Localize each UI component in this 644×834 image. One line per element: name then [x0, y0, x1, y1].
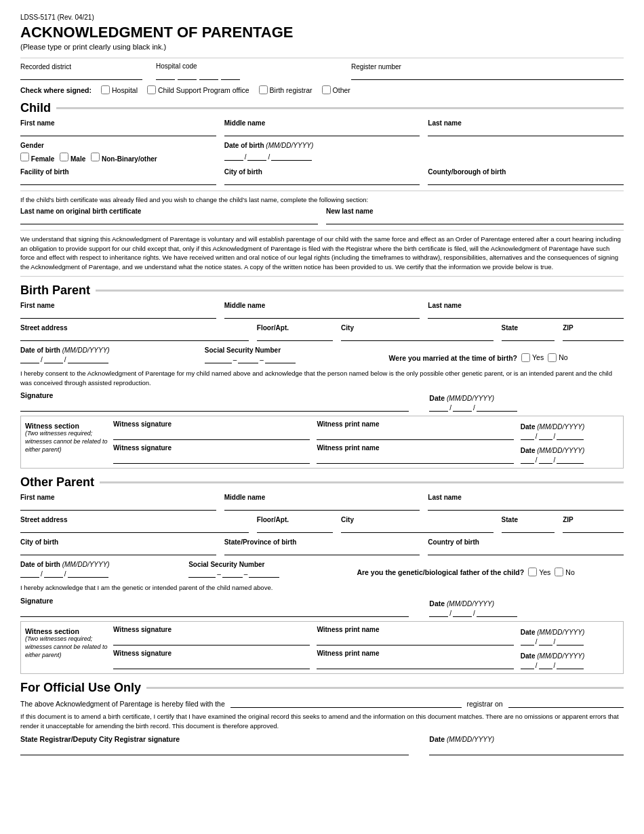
bp-name-row: First name Middle name Last name	[20, 302, 624, 319]
op-state-province-label: State/Province of birth	[224, 538, 420, 546]
child-middle-name-label: Middle name	[224, 119, 420, 127]
bp-ssn-part2[interactable]	[238, 355, 258, 363]
bp-state-label: State	[502, 324, 555, 332]
op-signature-label: Signature	[20, 597, 409, 605]
bp-signature-field[interactable]	[20, 401, 409, 412]
op-floor-input[interactable]	[257, 525, 333, 533]
bp-floor-label: Floor/Apt.	[257, 324, 333, 332]
op-middle-name-input[interactable]	[224, 502, 420, 511]
bp-witness2-print-field[interactable]	[317, 453, 513, 464]
state-registrar-sig-field[interactable]	[20, 744, 409, 755]
gender-nonbinary[interactable]: Non-Binary/other	[91, 153, 157, 163]
bp-address-row: Street address Floor/Apt. City State ZIP	[20, 324, 624, 341]
bp-witness2-row: Witness signature Witness print name Dat…	[113, 444, 619, 464]
bp-married-yes[interactable]: Yes	[521, 353, 544, 362]
new-last-name-input[interactable]	[326, 216, 624, 224]
child-dob-yyyy[interactable]	[271, 153, 312, 161]
checkbox-child-support[interactable]: Child Support Program office	[147, 85, 249, 94]
child-last-name-input[interactable]	[428, 128, 624, 136]
child-first-name-input[interactable]	[20, 128, 216, 136]
official-use-section-line	[146, 687, 624, 689]
child-county-input[interactable]	[428, 177, 624, 185]
op-city-input[interactable]	[341, 525, 494, 533]
op-genetic-no[interactable]: No	[555, 568, 574, 576]
gender-male[interactable]: Male	[60, 153, 85, 163]
bp-middle-name-input[interactable]	[224, 311, 420, 319]
child-dob-mm[interactable]	[224, 153, 243, 161]
op-genetic-yes[interactable]: Yes	[528, 568, 550, 576]
bp-date-label: Date (MM/DD/YYYY)	[429, 394, 624, 402]
other-parent-title: Other Parent	[20, 475, 100, 490]
name-change-row: Last name on original birth certificate …	[20, 207, 624, 224]
form-title: ACKNOWLEDGMENT OF PARENTAGE	[20, 24, 624, 41]
bp-zip-input[interactable]	[563, 333, 624, 341]
bp-sig-date-mm[interactable]	[429, 403, 448, 412]
op-first-name-input[interactable]	[20, 502, 216, 511]
op-city-of-birth-input[interactable]	[20, 547, 216, 555]
op-address-row: Street address Floor/Apt. City State ZIP	[20, 516, 624, 533]
op-sig-date-dd[interactable]	[453, 609, 472, 617]
bp-dob-dd[interactable]	[44, 355, 63, 363]
op-witness-note: (Two witnesses required; witnesses canno…	[25, 635, 108, 659]
bp-dob-mm[interactable]	[20, 355, 39, 363]
bp-zip-label: ZIP	[563, 324, 624, 332]
bp-state-input[interactable]	[502, 333, 555, 341]
op-acknowledge-text: I hereby acknowledge that I am the genet…	[20, 583, 624, 593]
op-ssn-part2[interactable]	[222, 570, 243, 578]
gender-female[interactable]: Female	[20, 153, 54, 163]
child-dob-dd[interactable]	[247, 153, 266, 161]
bp-ssn-part1[interactable]	[205, 355, 232, 363]
op-dob-dd[interactable]	[44, 570, 63, 578]
bp-dob-yyyy[interactable]	[68, 355, 108, 363]
op-witness-section-title: Witness section	[25, 627, 108, 635]
checkbox-other[interactable]: Other	[322, 85, 350, 94]
child-gender-dob-row: Gender Female Male Non-Binary/other Date…	[20, 142, 624, 163]
bp-witness-section-title: Witness section	[25, 422, 108, 430]
op-state-input[interactable]	[502, 525, 555, 533]
op-street-input[interactable]	[20, 525, 249, 533]
op-first-name-label: First name	[20, 494, 216, 501]
op-state-province-input[interactable]	[224, 547, 420, 555]
bp-witness1-sig-field[interactable]	[113, 429, 310, 440]
bp-city-input[interactable]	[341, 333, 494, 341]
op-dob-yyyy[interactable]	[68, 570, 108, 578]
bp-middle-name-label: Middle name	[224, 302, 420, 309]
op-witness1-sig-field[interactable]	[113, 635, 310, 646]
bp-sig-date-yyyy[interactable]	[477, 403, 517, 412]
checkbox-birth-registrar[interactable]: Birth registrar	[259, 85, 313, 94]
child-facility-input[interactable]	[20, 177, 216, 185]
bp-first-name-input[interactable]	[20, 311, 216, 319]
child-section-title: Child	[20, 101, 56, 115]
bp-floor-input[interactable]	[257, 333, 333, 341]
op-zip-input[interactable]	[563, 525, 624, 533]
op-last-name-input[interactable]	[428, 502, 624, 511]
op-dob-mm[interactable]	[20, 570, 39, 578]
bp-ssn-part3[interactable]	[265, 355, 296, 363]
child-middle-name-input[interactable]	[224, 128, 420, 136]
bp-married-label: Were you married at the time of birth?	[389, 354, 517, 362]
bp-married-no[interactable]: No	[548, 353, 567, 362]
bp-sig-date-dd[interactable]	[453, 403, 472, 412]
op-witness1-print-field[interactable]	[317, 635, 513, 646]
op-witness2-print-field[interactable]	[317, 658, 513, 669]
last-name-original-label: Last name on original birth certificate	[20, 207, 318, 215]
bp-ssn-label: Social Security Number	[205, 346, 381, 354]
bp-street-input[interactable]	[20, 333, 249, 341]
last-name-original-input[interactable]	[20, 216, 318, 224]
op-witness2-sig-field[interactable]	[113, 658, 310, 669]
bp-witness2-sig-field[interactable]	[113, 453, 310, 464]
op-ssn-part1[interactable]	[188, 570, 216, 578]
bp-witness2-sig-label: Witness signature	[113, 444, 310, 452]
bp-last-name-input[interactable]	[428, 311, 624, 319]
official-date-field[interactable]	[429, 744, 624, 755]
recorded-district-input[interactable]	[20, 72, 142, 80]
register-number-input[interactable]	[351, 72, 624, 80]
op-sig-date-yyyy[interactable]	[477, 609, 517, 617]
op-signature-field[interactable]	[20, 606, 409, 617]
bp-witness1-print-field[interactable]	[317, 429, 513, 440]
child-city-input[interactable]	[224, 177, 420, 185]
op-ssn-part3[interactable]	[249, 570, 279, 578]
checkbox-hospital[interactable]: Hospital	[101, 85, 138, 94]
op-country-input[interactable]	[428, 547, 624, 555]
op-sig-date-mm[interactable]	[429, 609, 448, 617]
